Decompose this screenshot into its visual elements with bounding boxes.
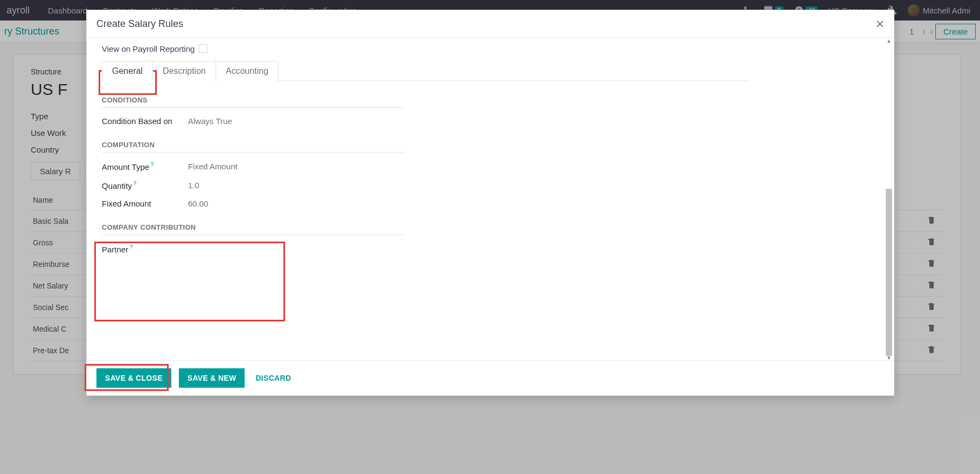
tab-description[interactable]: Description xyxy=(153,61,216,81)
view-on-payroll-reporting-label: View on Payroll Reporting xyxy=(102,44,199,53)
scroll-thumb[interactable] xyxy=(886,189,892,356)
quantity-value[interactable]: 1.0 xyxy=(188,181,199,190)
save-close-button[interactable]: SAVE & CLOSE xyxy=(96,368,171,388)
discard-button[interactable]: DISCARD xyxy=(252,368,294,388)
view-on-payroll-reporting-checkbox[interactable] xyxy=(199,44,207,53)
tab-accounting[interactable]: Accounting xyxy=(216,61,279,81)
help-icon[interactable]: ? xyxy=(129,244,133,250)
modal-footer: SAVE & CLOSE SAVE & NEW DISCARD xyxy=(87,360,894,395)
section-company-contribution: COMPANY CONTRIBUTION xyxy=(102,223,404,235)
modal-header: Create Salary Rules × xyxy=(87,10,894,38)
fixed-amount-value[interactable]: 60.00 xyxy=(188,199,208,208)
modal-create-salary-rules: Create Salary Rules × View on Payroll Re… xyxy=(86,10,894,396)
amount-type-value[interactable]: Fixed Amount xyxy=(188,162,238,171)
save-new-button[interactable]: SAVE & NEW xyxy=(179,368,245,388)
scroll-up-icon[interactable]: ▲ xyxy=(886,38,892,43)
quantity-label: Quantity? xyxy=(102,180,188,190)
close-icon[interactable]: × xyxy=(876,17,884,31)
help-icon[interactable]: ? xyxy=(150,161,154,168)
fixed-amount-label: Fixed Amount xyxy=(102,199,188,208)
section-computation: COMPUTATION xyxy=(102,141,404,153)
modal-body: View on Payroll Reporting General Descri… xyxy=(87,38,894,360)
modal-title: Create Salary Rules xyxy=(96,18,183,30)
scrollbar[interactable]: ▲ ▼ xyxy=(885,38,893,360)
scroll-down-icon[interactable]: ▼ xyxy=(886,355,892,360)
modal-tabs: General Description Accounting xyxy=(102,61,879,81)
amount-type-label: Amount Type? xyxy=(102,161,188,171)
condition-based-on-label: Condition Based on xyxy=(102,116,188,126)
section-conditions: CONDITIONS xyxy=(102,96,404,108)
tab-general[interactable]: General xyxy=(102,61,153,81)
help-icon[interactable]: ? xyxy=(133,180,136,187)
partner-label: Partner? xyxy=(102,244,188,254)
condition-based-on-value[interactable]: Always True xyxy=(188,116,232,126)
